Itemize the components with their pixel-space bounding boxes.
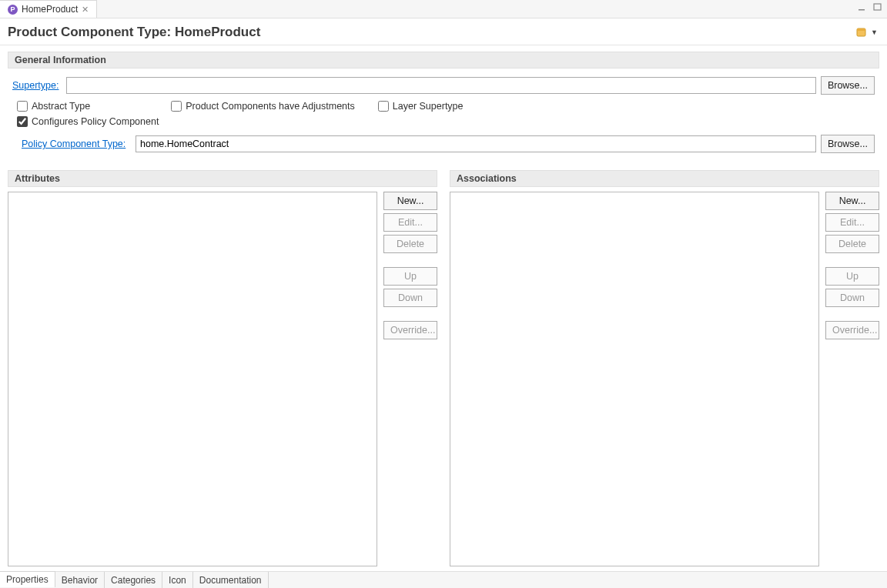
editor-bottom-tabs: Properties Behavior Categories Icon Docu… [0, 571, 887, 588]
associations-new-button[interactable]: New... [825, 192, 879, 210]
section-associations-header: Associations [450, 170, 879, 187]
attributes-down-button[interactable]: Down [383, 289, 437, 307]
editor-tab-bar: P HomeProduct ✕ [0, 0, 887, 18]
attributes-up-button[interactable]: Up [383, 267, 437, 286]
section-general: General Information Supertype: Browse...… [8, 52, 879, 164]
layer-supertype-checkbox-input[interactable] [378, 101, 389, 112]
window-controls [858, 2, 882, 12]
header-actions: ▼ [855, 26, 878, 38]
abstract-type-checkbox[interactable]: Abstract Type [17, 101, 90, 112]
minimize-view-icon[interactable] [858, 2, 867, 12]
section-associations: Associations New... Edit... Delete Up Do… [450, 170, 879, 566]
close-icon[interactable]: ✕ [82, 5, 89, 15]
section-attributes-header: Attributes [8, 170, 437, 187]
policy-component-type-link[interactable]: Policy Component Type: [22, 139, 136, 149]
configures-policy-checkbox-input[interactable] [17, 116, 28, 127]
tab-icon[interactable]: Icon [162, 572, 193, 588]
attributes-override-button[interactable]: Override... [383, 321, 437, 339]
browse-supertype-button[interactable]: Browse... [821, 76, 875, 95]
section-attributes: Attributes New... Edit... Delete Up Down… [8, 170, 437, 566]
attributes-delete-button[interactable]: Delete [383, 235, 437, 253]
maximize-view-icon[interactable] [873, 2, 882, 12]
package-icon[interactable] [855, 26, 868, 38]
layer-supertype-checkbox[interactable]: Layer Supertype [378, 101, 464, 112]
attributes-buttons: New... Edit... Delete Up Down Override..… [383, 192, 437, 566]
page-title: Product Component Type: HomeProduct [8, 25, 260, 40]
columns: Attributes New... Edit... Delete Up Down… [8, 170, 879, 566]
associations-edit-button[interactable]: Edit... [825, 213, 879, 232]
supertype-input[interactable] [66, 77, 816, 94]
tab-properties[interactable]: Properties [0, 571, 55, 587]
adjustments-checkbox-input[interactable] [171, 101, 182, 112]
section-general-header: General Information [8, 52, 879, 68]
browse-policy-button[interactable]: Browse... [821, 135, 875, 153]
attributes-edit-button[interactable]: Edit... [383, 213, 437, 232]
associations-delete-button[interactable]: Delete [825, 235, 879, 253]
supertype-link[interactable]: Supertype: [12, 80, 66, 91]
adjustments-label: Product Components have Adjustments [186, 101, 355, 112]
tab-categories[interactable]: Categories [105, 572, 162, 588]
tab-behavior[interactable]: Behavior [55, 572, 105, 588]
abstract-type-checkbox-input[interactable] [17, 101, 28, 112]
attributes-new-button[interactable]: New... [383, 192, 437, 210]
policy-component-type-input[interactable] [136, 135, 816, 152]
adjustments-checkbox[interactable]: Product Components have Adjustments [171, 101, 355, 112]
associations-override-button[interactable]: Override... [825, 321, 879, 339]
editor-tab-label: HomeProduct [22, 4, 78, 15]
associations-down-button[interactable]: Down [825, 289, 879, 307]
configures-policy-checkbox[interactable]: Configures Policy Component [17, 116, 159, 127]
page-header: Product Component Type: HomeProduct ▼ [0, 18, 887, 45]
configures-policy-label: Configures Policy Component [32, 116, 159, 127]
abstract-type-label: Abstract Type [32, 101, 90, 112]
associations-buttons: New... Edit... Delete Up Down Override..… [825, 192, 879, 566]
tab-documentation[interactable]: Documentation [193, 572, 269, 588]
layer-supertype-label: Layer Supertype [393, 101, 464, 112]
svg-rect-0 [859, 9, 865, 11]
svg-rect-3 [857, 28, 865, 31]
product-icon: P [8, 5, 18, 15]
associations-up-button[interactable]: Up [825, 267, 879, 286]
chevron-down-icon[interactable]: ▼ [871, 28, 878, 36]
attributes-list[interactable] [8, 192, 377, 566]
editor-tab-homeproduct[interactable]: P HomeProduct ✕ [0, 0, 97, 18]
svg-rect-1 [874, 4, 881, 10]
associations-list[interactable] [450, 192, 819, 566]
